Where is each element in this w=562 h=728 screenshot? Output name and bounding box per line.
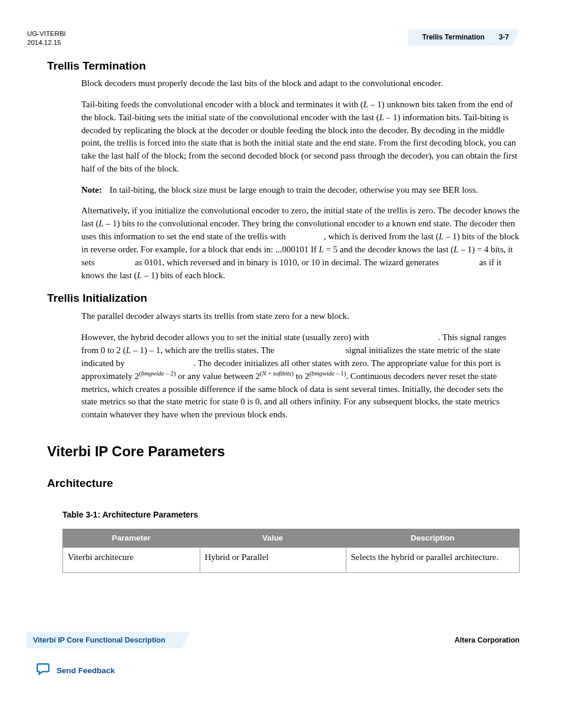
paragraph: Block decoders must properly decode the … (81, 77, 520, 90)
cell-value: Hybrid or Parallel (200, 548, 346, 573)
header-right: Trellis Termination 3-7 (408, 29, 520, 45)
code-tb-type: tb_type (97, 258, 133, 268)
send-feedback-label: Send Feedback (57, 665, 115, 677)
code-tr-init-state: tr_init_state (277, 346, 343, 355)
text: as 0101, which reversed and in binary is… (133, 258, 441, 267)
variable-L: L (363, 100, 368, 109)
variable-softbits: softbits (273, 370, 291, 377)
table-caption: Table 3-1: Architecture Parameters (62, 509, 520, 521)
variable-bmgwide: bmgwide (312, 370, 335, 377)
doc-date: 2014.12.15 (27, 38, 66, 47)
variable-L: L (99, 219, 104, 228)
note-block: Note: In tail-biting, the block size mus… (81, 184, 520, 197)
column-header-parameter: Parameter (63, 529, 200, 548)
paragraph: However, the hybrid decoder allows you t… (81, 331, 520, 421)
paragraph: Alternatively, if you initialize the con… (81, 205, 520, 282)
feedback-bubble-icon (35, 661, 51, 680)
text: , which is derived from the last ( (324, 232, 439, 241)
text: or any value between 2 (176, 371, 260, 381)
text: – 1) bits of each block. (142, 271, 225, 280)
header-topic: Trellis Termination (408, 29, 493, 45)
text: + (266, 370, 273, 377)
doc-id: UG-VITERBI (27, 29, 66, 38)
variable-L: L (319, 245, 323, 254)
architecture-parameters-table: Parameter Value Description Viterbi arch… (62, 529, 520, 572)
footer-company: Altera Corporation (455, 635, 520, 645)
paragraph: Tail-biting feeds the convolutional enco… (81, 98, 520, 176)
text: = 5 and the decoder knows the last ( (324, 245, 454, 254)
text: However, the hybrid decoder allows you t… (81, 332, 371, 342)
variable-L: L (439, 232, 444, 241)
text: – 1) – 1, which are the trellis states. … (131, 345, 277, 355)
note-text: In tail-biting, the block size must be l… (110, 184, 478, 197)
cell-description: Selects the hybrid or parallel architect… (346, 548, 520, 573)
code-tb-type: tb_type (288, 232, 324, 242)
variable-L: L (379, 113, 384, 122)
variable-L: L (137, 271, 142, 280)
code-tr-init-state: tr_init_state (371, 333, 438, 342)
trellis-init-body: The parallel decoder always starts its t… (81, 310, 520, 421)
column-header-value: Value (200, 529, 346, 548)
table-header-row: Parameter Value Description (63, 529, 520, 548)
heading-viterbi-ip-core-parameters: Viterbi IP Core Parameters (47, 442, 520, 462)
paragraph: The parallel decoder always starts its t… (81, 310, 520, 323)
column-header-description: Description (346, 529, 520, 548)
variable-bmgwide: bmgwide (141, 370, 164, 377)
text: – 1) (335, 370, 346, 377)
text: . Continuous decoders never reset the st… (81, 371, 503, 419)
cell-parameter: Viterbi architecure (63, 548, 200, 573)
code-tr-init-state: tr_init_state (127, 359, 193, 368)
text: Tail-biting feeds the convolutional enco… (81, 100, 363, 109)
send-feedback-link[interactable]: Send Feedback (35, 661, 520, 680)
page-footer: Viterbi IP Core Functional Description A… (27, 632, 520, 648)
page-header: UG-VITERBI 2014.12.15 Trellis Terminatio… (27, 29, 520, 47)
trellis-termination-body: Block decoders must properly decode the … (81, 77, 520, 282)
heading-trellis-initialization: Trellis Initialization (47, 290, 520, 307)
header-left: UG-VITERBI 2014.12.15 (27, 29, 66, 47)
code-tb-type: tb_type (441, 258, 477, 268)
note-label: Note: (81, 184, 110, 197)
text: to 2 (293, 371, 309, 381)
heading-trellis-termination: Trellis Termination (47, 58, 520, 74)
heading-architecture: Architecture (47, 475, 520, 492)
variable-L: L (126, 345, 131, 355)
header-page-number: 3-7 (493, 29, 520, 45)
footer-chapter-title: Viterbi IP Core Functional Description (27, 632, 190, 648)
text: – 2) (164, 370, 176, 377)
table-row: Viterbi architecure Hybrid or Parallel S… (63, 548, 520, 573)
variable-N: N (262, 370, 266, 377)
